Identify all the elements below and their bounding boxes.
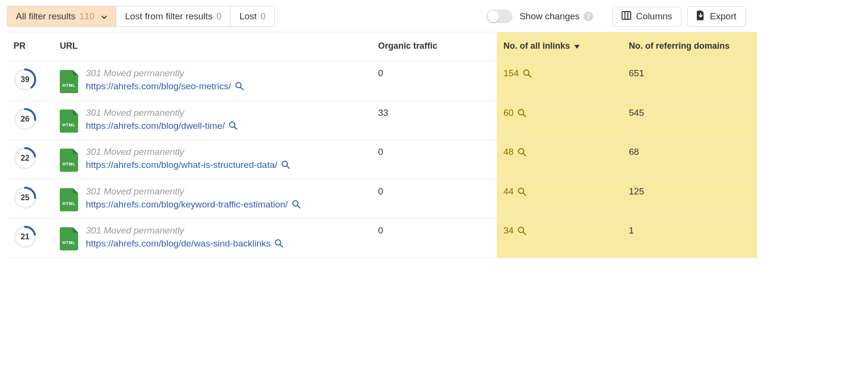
inlinks-value: 48	[503, 147, 514, 157]
col-header-organic-traffic[interactable]: Organic traffic	[371, 32, 497, 61]
organic-traffic-cell: 0	[371, 61, 497, 101]
pr-cell: 22	[7, 140, 53, 179]
pr-cell: 39	[7, 61, 53, 101]
html-file-icon: HTML	[60, 188, 78, 211]
inlinks-value: 44	[503, 186, 514, 197]
url-cell: HTML 301 Moved permanently https://ahref…	[53, 100, 371, 140]
export-label: Export	[710, 11, 736, 22]
inlinks-link[interactable]: 34	[503, 225, 526, 236]
tab-count: 0	[260, 11, 266, 22]
tab-count: 0	[217, 11, 222, 22]
inlinks-cell: 154	[497, 61, 622, 101]
http-status: 301 Moved permanently	[86, 68, 365, 79]
pr-value: 26	[21, 115, 29, 124]
inlinks-cell: 60	[497, 100, 622, 140]
columns-icon	[622, 11, 631, 22]
export-button[interactable]: Export	[687, 6, 746, 27]
svg-line-32	[523, 232, 526, 234]
organic-traffic-value: 33	[378, 108, 388, 118]
search-icon[interactable]	[292, 200, 300, 208]
caret-down-icon	[101, 11, 107, 22]
filter-tabs: All filter results 110 Lost from filter …	[7, 6, 275, 27]
pr-ring: 21	[14, 225, 37, 248]
tab-lost-from-filter[interactable]: Lost from filter results 0	[116, 6, 231, 27]
columns-label: Columns	[636, 11, 672, 22]
pr-cell: 25	[7, 179, 53, 219]
search-icon	[517, 187, 526, 196]
search-icon	[517, 148, 526, 156]
search-icon[interactable]	[274, 239, 283, 248]
referring-domains-value: 1	[629, 225, 634, 235]
results-table: PR URL Organic traffic No. of all inlink…	[7, 32, 757, 258]
svg-line-12	[234, 127, 237, 129]
tab-label: All filter results	[16, 11, 76, 22]
referring-domains-value: 651	[629, 68, 644, 78]
table-row: 21 HTML 301 Moved permanently https://ah…	[7, 219, 757, 258]
pr-ring: 25	[14, 186, 37, 209]
show-changes-toggle[interactable]	[487, 10, 513, 23]
url-link[interactable]: https://ahrefs.com/blog/keyword-traffic-…	[86, 199, 288, 209]
tab-label: Lost from filter results	[125, 11, 213, 22]
html-file-icon: HTML	[60, 70, 78, 93]
search-icon[interactable]	[229, 121, 237, 130]
http-status: 301 Moved permanently	[86, 225, 365, 236]
help-icon[interactable]: ?	[583, 12, 593, 21]
tab-label: Lost	[239, 11, 257, 22]
html-file-icon: HTML	[60, 227, 78, 250]
html-file-icon: HTML	[60, 110, 78, 133]
pr-value: 25	[21, 193, 29, 202]
search-icon[interactable]	[281, 160, 290, 169]
tab-count: 110	[80, 11, 95, 22]
col-header-inlinks[interactable]: No. of all inlinks	[497, 32, 622, 61]
inlinks-cell: 48	[497, 140, 622, 179]
pr-cell: 26	[7, 100, 53, 140]
inlinks-link[interactable]: 60	[503, 108, 526, 118]
url-link[interactable]: https://ahrefs.com/blog/what-is-structur…	[86, 160, 277, 170]
referring-domains-cell: 68	[622, 140, 757, 179]
svg-line-24	[298, 206, 300, 208]
inlinks-value: 34	[503, 225, 514, 236]
http-status: 301 Moved permanently	[86, 186, 365, 197]
url-link[interactable]: https://ahrefs.com/blog/dwell-time/	[86, 121, 225, 131]
search-icon	[523, 69, 531, 78]
inlinks-cell: 44	[497, 179, 622, 219]
show-changes-label: Show changes	[519, 11, 580, 22]
inlinks-link[interactable]: 154	[503, 68, 531, 79]
url-cell: HTML 301 Moved permanently https://ahref…	[53, 219, 371, 258]
inlinks-cell: 34	[497, 219, 622, 258]
url-cell: HTML 301 Moved permanently https://ahref…	[53, 61, 371, 101]
inlinks-value: 154	[503, 68, 519, 79]
organic-traffic-value: 0	[378, 186, 383, 196]
pr-ring: 39	[14, 68, 37, 91]
columns-button[interactable]: Columns	[612, 7, 681, 27]
svg-line-20	[523, 153, 526, 156]
tab-all-filter-results[interactable]: All filter results 110	[7, 6, 116, 27]
pr-ring: 22	[14, 147, 37, 170]
organic-traffic-cell: 0	[371, 219, 497, 258]
organic-traffic-value: 0	[378, 225, 383, 235]
inlinks-link[interactable]: 44	[503, 186, 526, 197]
referring-domains-cell: 1	[622, 219, 757, 258]
url-link[interactable]: https://ahrefs.com/blog/seo-metrics/	[86, 81, 231, 91]
inlinks-link[interactable]: 48	[503, 147, 526, 157]
col-header-url[interactable]: URL	[53, 32, 371, 61]
col-header-pr[interactable]: PR	[7, 32, 53, 61]
svg-line-26	[523, 193, 526, 195]
url-link[interactable]: https://ahrefs.com/blog/de/was-sind-back…	[86, 238, 271, 248]
col-header-referring-domains[interactable]: No. of referring domains	[622, 32, 757, 61]
svg-line-18	[287, 166, 289, 168]
referring-domains-cell: 651	[622, 61, 757, 101]
search-icon	[517, 109, 526, 117]
svg-rect-0	[622, 12, 631, 19]
organic-traffic-cell: 33	[371, 100, 497, 140]
svg-line-8	[529, 75, 531, 77]
pr-value: 21	[21, 233, 29, 241]
tab-lost[interactable]: Lost 0	[231, 6, 274, 27]
url-cell: HTML 301 Moved permanently https://ahref…	[53, 179, 371, 219]
sort-desc-icon	[574, 41, 580, 51]
table-header-row: PR URL Organic traffic No. of all inlink…	[7, 32, 757, 61]
pr-value: 22	[21, 154, 29, 163]
download-icon	[696, 11, 705, 23]
search-icon[interactable]	[235, 82, 244, 90]
search-icon	[517, 226, 526, 235]
